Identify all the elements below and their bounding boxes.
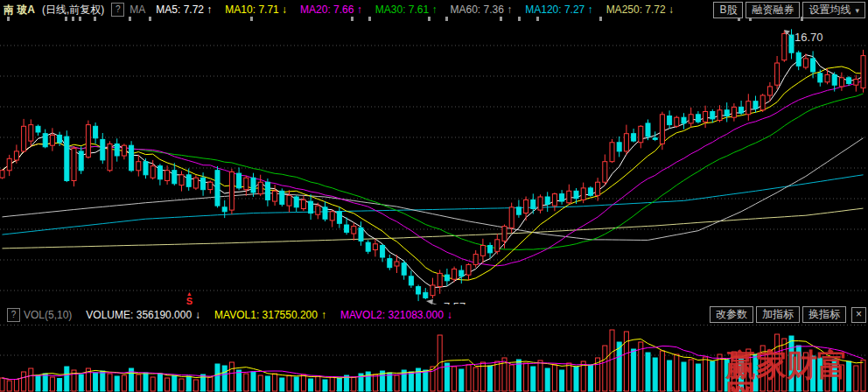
candle-up: [480, 246, 485, 256]
candle-down: [158, 166, 162, 179]
candle-up: [244, 178, 248, 190]
candle-down: [646, 123, 650, 136]
candle-up: [689, 115, 693, 123]
candle-up: [610, 143, 614, 162]
candle-down: [388, 259, 392, 268]
volume-bar: [65, 367, 69, 391]
volume-bar: [689, 360, 693, 391]
volume-bar: [424, 370, 428, 391]
candle-down: [560, 194, 564, 201]
volume-bar: [79, 374, 83, 391]
volume-bar: [552, 365, 556, 391]
volume-bar: [265, 376, 270, 391]
indicator-label: MA: [130, 4, 145, 16]
volume-bar: [244, 374, 248, 391]
price-chart[interactable]: 16.707.57▲S: [0, 19, 868, 304]
volume-bar: [251, 372, 256, 391]
volume-bar: [668, 360, 672, 391]
candle-down: [58, 135, 62, 142]
candle-up: [767, 87, 772, 95]
ma-settings-button[interactable]: 设置均线▾: [802, 2, 865, 18]
candle-up: [108, 144, 112, 171]
candle-down: [36, 126, 40, 132]
candle-up: [258, 182, 262, 194]
volume-bar: [588, 365, 592, 391]
b-share-button[interactable]: B股: [713, 2, 743, 18]
volume-bar: [567, 363, 571, 391]
help-icon[interactable]: ?: [111, 3, 124, 17]
candle-up: [509, 207, 514, 228]
candle-up: [473, 255, 478, 265]
event-marker[interactable]: S: [186, 296, 192, 304]
candle-down: [459, 270, 464, 276]
candle-up: [639, 126, 643, 143]
volume-bar: [395, 375, 399, 391]
candle-down: [409, 276, 413, 285]
candle-down: [43, 134, 47, 147]
volume-bar: [704, 357, 708, 391]
candle-down: [739, 107, 744, 113]
candle-down: [337, 212, 341, 224]
candle-down: [416, 287, 421, 294]
volume-bar: [115, 376, 119, 391]
candle-down: [653, 138, 657, 140]
volume-bar: [459, 369, 464, 391]
volume-bar: [294, 377, 298, 391]
volume-bar: [617, 342, 621, 391]
candle-up: [14, 151, 18, 160]
candle-up: [22, 126, 26, 151]
ma60-readout: MA60: 7.36 ↑: [451, 4, 513, 16]
volume-bar: [58, 379, 62, 392]
volume-bar: [560, 370, 564, 391]
volume-bar: [660, 351, 664, 391]
candle-up: [782, 33, 787, 60]
candle-down: [237, 173, 242, 188]
watermark: 赢家财富网: [725, 349, 868, 392]
candle-down: [402, 263, 406, 276]
ma-readout-list: MA5: 7.72 ↑MA10: 7.71 ↓MA20: 7.66 ↑MA30:…: [156, 4, 674, 16]
candle-down: [696, 115, 700, 122]
volume-bar: [495, 361, 500, 391]
candle-up: [466, 264, 471, 275]
candle-up: [86, 125, 90, 158]
volume-bar: [603, 346, 607, 391]
candle-up: [502, 227, 507, 242]
mavol2-readout: MAVOL2: 321083.000: [340, 309, 444, 321]
ma10-readout: MA10: 7.71 ↓: [225, 4, 287, 16]
volume-indicator-bar: ? VOL(5,10) VOLUME: 356190.000 ↓ MAVOL1:…: [0, 304, 868, 325]
main-indicator-bar: 南 玻A (日线,前复权) ? MA MA5: 7.72 ↑MA10: 7.71…: [0, 0, 868, 19]
ma30-readout: MA30: 7.61 ↑: [375, 4, 438, 16]
volume-bar: [36, 375, 40, 391]
volume-bar: [50, 377, 54, 391]
candle-down: [172, 171, 177, 184]
close-icon[interactable]: ×: [851, 307, 866, 323]
candle-up: [854, 80, 858, 86]
switch-indicator-button[interactable]: 换指标: [802, 306, 846, 323]
candle-up: [150, 166, 155, 178]
candle-down: [215, 171, 220, 206]
candle-up: [0, 171, 4, 178]
volume-bar: [222, 366, 227, 391]
high-price-label: 16.70: [794, 31, 823, 44]
candle-up: [567, 191, 571, 203]
candle-up: [438, 273, 442, 286]
add-indicator-button[interactable]: 加指标: [756, 306, 800, 323]
candle-up: [122, 145, 126, 156]
candle-up: [538, 197, 542, 210]
volume-bar: [330, 377, 334, 391]
candle-up: [316, 206, 320, 214]
volbar-buttons: 改参数加指标换指标: [710, 306, 846, 323]
vol-indicator-label: VOL(5,10): [24, 309, 72, 321]
volume-bar: [101, 371, 105, 391]
volume-bar: [509, 365, 514, 391]
volume-arrow-icon: ↓: [195, 309, 200, 321]
margin-trading-button[interactable]: 融资融券: [746, 2, 800, 18]
volume-bar: [624, 332, 628, 391]
volume-bar: [538, 360, 542, 391]
volume-bar: [7, 381, 11, 391]
volume-bar: [136, 374, 141, 391]
help-icon[interactable]: ?: [7, 308, 20, 322]
candle-up: [760, 95, 765, 110]
chevron-down-icon: ▾: [855, 6, 859, 15]
edit-params-button[interactable]: 改参数: [710, 306, 753, 323]
